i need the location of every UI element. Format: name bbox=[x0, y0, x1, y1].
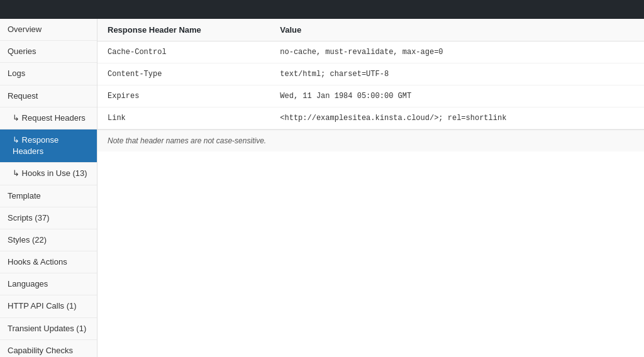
response-headers-table: Response Header Name Value Cache-Control… bbox=[97, 19, 644, 129]
header-value-cell: no-cache, must-revalidate, max-age=0 bbox=[270, 41, 644, 63]
sidebar-item-response-headers[interactable]: ↳ Response Headers bbox=[0, 129, 97, 163]
header-name-cell: Link bbox=[97, 107, 270, 129]
header-value-cell: Wed, 11 Jan 1984 05:00:00 GMT bbox=[270, 85, 644, 107]
app-container: OverviewQueriesLogsRequest↳ Request Head… bbox=[0, 0, 644, 357]
table-row: Cache-Controlno-cache, must-revalidate, … bbox=[97, 41, 644, 63]
column-header-value: Value bbox=[270, 19, 644, 41]
sidebar-item-scripts[interactable]: Scripts (37) bbox=[0, 207, 97, 229]
header-name-cell: Content-Type bbox=[97, 63, 270, 85]
sidebar-item-transient-updates[interactable]: Transient Updates (1) bbox=[0, 318, 97, 340]
sidebar: OverviewQueriesLogsRequest↳ Request Head… bbox=[0, 19, 97, 357]
sidebar-item-http-api-calls[interactable]: HTTP API Calls (1) bbox=[0, 295, 97, 317]
sidebar-item-queries[interactable]: Queries bbox=[0, 41, 97, 63]
table-note: Note that header names are not case-sens… bbox=[97, 129, 644, 151]
sidebar-item-hooks-actions[interactable]: Hooks & Actions bbox=[0, 251, 97, 273]
sidebar-item-styles[interactable]: Styles (22) bbox=[0, 229, 97, 251]
header-value-cell: text/html; charset=UTF-8 bbox=[270, 63, 644, 85]
table-row: Content-Typetext/html; charset=UTF-8 bbox=[97, 63, 644, 85]
sidebar-item-request[interactable]: Request bbox=[0, 85, 97, 107]
header-name-cell: Expires bbox=[97, 85, 270, 107]
sidebar-item-logs[interactable]: Logs bbox=[0, 63, 97, 85]
table-header-row: Response Header Name Value bbox=[97, 19, 644, 41]
column-header-name: Response Header Name bbox=[97, 19, 270, 41]
sidebar-item-capability-checks[interactable]: Capability Checks bbox=[0, 340, 97, 357]
title-bar bbox=[0, 0, 644, 19]
main-content: OverviewQueriesLogsRequest↳ Request Head… bbox=[0, 19, 644, 357]
sidebar-item-languages[interactable]: Languages bbox=[0, 273, 97, 295]
header-name-cell: Cache-Control bbox=[97, 41, 270, 63]
table-container: Response Header Name Value Cache-Control… bbox=[97, 19, 644, 151]
sidebar-item-template[interactable]: Template bbox=[0, 185, 97, 207]
table-row: Link<http://examplesitea.kinsta.cloud/>;… bbox=[97, 107, 644, 129]
sidebar-item-overview[interactable]: Overview bbox=[0, 19, 97, 41]
content-panel: Response Header Name Value Cache-Control… bbox=[97, 19, 644, 357]
sidebar-item-request-headers[interactable]: ↳ Request Headers bbox=[0, 107, 97, 129]
sidebar-item-hooks-in-use[interactable]: ↳ Hooks in Use (13) bbox=[0, 163, 97, 185]
table-row: ExpiresWed, 11 Jan 1984 05:00:00 GMT bbox=[97, 85, 644, 107]
header-value-cell: <http://examplesitea.kinsta.cloud/>; rel… bbox=[270, 107, 644, 129]
